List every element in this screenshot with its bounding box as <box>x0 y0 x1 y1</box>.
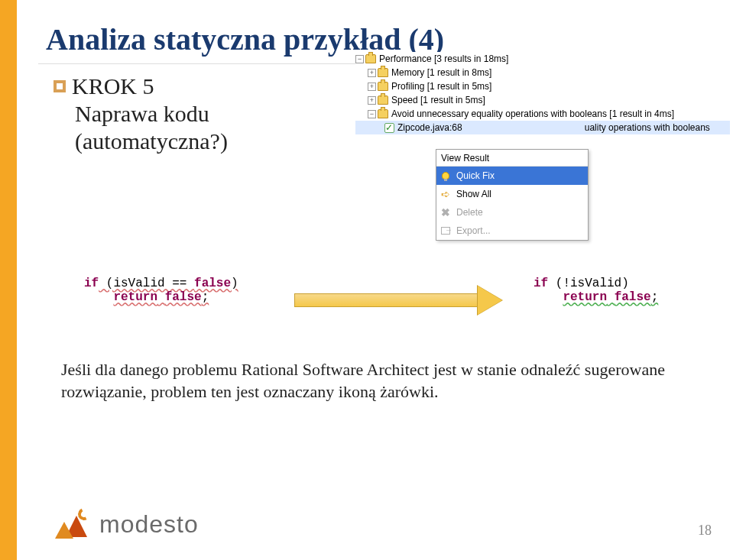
context-menu: View Result Quick Fix ➪ Show All ✖ Delet… <box>436 149 589 241</box>
bullet-marker-icon <box>54 80 66 92</box>
menu-header-label: View Result <box>441 153 489 163</box>
logo-text: modesto <box>99 510 199 539</box>
tree-label: Performance [3 results in 18ms] <box>379 53 508 64</box>
tree-label-trunc: uality operations with booleans <box>585 122 710 133</box>
code-after: if (!isValid) return false; <box>534 277 658 304</box>
tree-row-profiling[interactable]: + Profiling [1 result in 5ms] <box>355 79 730 93</box>
menu-item-label: Show All <box>456 189 491 199</box>
menu-item-delete: ✖ Delete <box>436 203 588 222</box>
menu-item-quickfix[interactable]: Quick Fix <box>436 167 588 185</box>
arrow-transform-icon <box>294 289 508 312</box>
thumb-icon <box>378 82 388 91</box>
expand-icon[interactable]: + <box>368 83 376 91</box>
expand-icon[interactable]: + <box>368 96 376 105</box>
tree-label: Profiling [1 result in 5ms] <box>391 81 491 92</box>
page-number: 18 <box>698 523 712 539</box>
export-icon <box>439 225 452 237</box>
slide-left-accent-bar <box>0 0 17 560</box>
bulb-icon <box>439 170 452 182</box>
tree-row-performance[interactable]: − Performance [3 results in 18ms] <box>355 52 730 66</box>
menu-item-showall[interactable]: ➪ Show All <box>436 185 588 203</box>
body-paragraph: Jeśli dla danego problemu Rational Softw… <box>61 359 696 403</box>
menu-item-label: Export... <box>456 225 491 236</box>
tree-label: Speed [1 result in 5ms] <box>391 95 485 105</box>
thumb-icon <box>378 109 388 118</box>
step-label: KROK 5 <box>72 73 154 99</box>
expand-icon[interactable]: + <box>368 69 376 77</box>
tree-row-avoid-equality[interactable]: − Avoid unnecessary equality operations … <box>355 107 730 121</box>
menu-header: View Result <box>436 150 588 167</box>
slide-title: Analiza statyczna przykład (4) <box>38 0 711 57</box>
collapse-icon[interactable]: − <box>355 55 364 63</box>
arrow-right-icon: ➪ <box>439 188 452 200</box>
tree-label: Avoid unnecessary equality operations wi… <box>391 108 674 119</box>
check-icon <box>384 123 394 133</box>
tree-row-memory[interactable]: + Memory [1 result in 8ms] <box>355 66 730 79</box>
menu-item-export: Export... <box>436 222 588 240</box>
code-before: if (isValid == false) return false; <box>84 277 238 304</box>
slide-content: Analiza statyczna przykład (4) KROK 5 Na… <box>38 0 711 560</box>
logo: modesto <box>55 508 199 540</box>
tree-row-speed[interactable]: + Speed [1 result in 5ms] <box>355 93 730 107</box>
tree-label-file: Zipcode.java:68 <box>397 122 462 133</box>
thumb-icon <box>378 68 388 77</box>
menu-item-label: Quick Fix <box>456 170 495 181</box>
analysis-results-tree: − Performance [3 results in 18ms] + Memo… <box>355 52 730 134</box>
collapse-icon[interactable]: − <box>368 110 376 118</box>
thumb-icon <box>378 95 388 105</box>
menu-item-label: Delete <box>456 207 483 218</box>
tree-row-zipcode[interactable]: Zipcode.java:68 uality operations with b… <box>355 121 730 134</box>
tree-label: Memory [1 result in 8ms] <box>391 67 491 78</box>
logo-symbol-icon <box>55 508 92 540</box>
thumb-icon <box>365 54 376 63</box>
x-icon: ✖ <box>439 206 452 218</box>
